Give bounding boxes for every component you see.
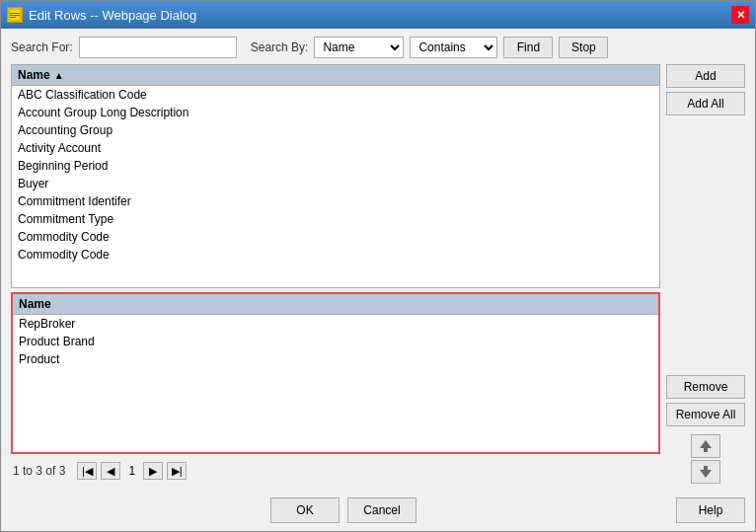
- footer: OK Cancel Help: [1, 492, 755, 531]
- list-item[interactable]: Product Brand: [13, 333, 658, 350]
- left-panel: Name ▲ ABC Classification Code Account G…: [11, 64, 660, 484]
- first-page-button[interactable]: |◀: [77, 462, 97, 480]
- list-item[interactable]: Accounting Group: [12, 121, 659, 139]
- list-item[interactable]: Buyer: [12, 175, 659, 192]
- svg-rect-2: [10, 15, 20, 16]
- search-row: Search For: Search By: Name Description …: [11, 37, 745, 58]
- top-list-header: Name ▲: [12, 65, 659, 86]
- list-item[interactable]: Commitment Identifer: [12, 192, 659, 210]
- add-all-button[interactable]: Add All: [666, 92, 745, 115]
- right-panel: Add Add All Remove Remove All: [666, 64, 745, 484]
- right-panel-bottom: Remove Remove All: [666, 375, 745, 484]
- page-info: 1 to 3 of 3: [13, 464, 65, 478]
- ok-button[interactable]: OK: [270, 497, 340, 523]
- help-button[interactable]: Help: [676, 497, 745, 523]
- list-item[interactable]: Account Group Long Description: [12, 104, 659, 121]
- move-down-button[interactable]: [691, 460, 720, 484]
- move-up-button[interactable]: [691, 434, 720, 458]
- remove-button[interactable]: Remove: [666, 375, 745, 399]
- svg-rect-3: [10, 17, 16, 18]
- window-icon: [7, 7, 23, 23]
- sort-icon: ▲: [54, 70, 64, 81]
- svg-rect-5: [704, 448, 708, 452]
- svg-marker-4: [700, 440, 712, 448]
- close-button[interactable]: ✕: [731, 6, 749, 24]
- title-bar: Edit Rows -- Webpage Dialog ✕: [1, 1, 755, 29]
- pagination-row: 1 to 3 of 3 |◀ ◀ 1 ▶ ▶|: [11, 458, 660, 484]
- top-list-container: Name ▲ ABC Classification Code Account G…: [11, 64, 660, 288]
- svg-marker-7: [700, 470, 712, 478]
- contains-dropdown[interactable]: Contains Starts With Equals: [410, 37, 497, 58]
- list-item[interactable]: ABC Classification Code: [12, 86, 659, 104]
- main-row: Name ▲ ABC Classification Code Account G…: [11, 64, 745, 484]
- prev-page-button[interactable]: ◀: [101, 462, 120, 480]
- bottom-list-header-label: Name: [19, 297, 51, 311]
- list-item[interactable]: RepBroker: [13, 315, 658, 333]
- cancel-button[interactable]: Cancel: [347, 497, 416, 523]
- bottom-list-body[interactable]: RepBroker Product Brand Product: [13, 315, 658, 452]
- right-panel-top: Add Add All: [666, 64, 745, 115]
- list-item[interactable]: Commodity Code: [12, 228, 659, 246]
- list-item[interactable]: Activity Account: [12, 139, 659, 157]
- search-by-label: Search By:: [251, 40, 309, 54]
- search-for-label: Search For:: [11, 40, 73, 54]
- next-page-button[interactable]: ▶: [143, 462, 163, 480]
- list-item[interactable]: Commitment Type: [12, 210, 659, 228]
- current-page: 1: [124, 464, 139, 478]
- last-page-button[interactable]: ▶|: [167, 462, 187, 480]
- svg-rect-1: [10, 13, 20, 14]
- stop-button[interactable]: Stop: [559, 37, 608, 58]
- search-by-dropdown[interactable]: Name Description: [314, 37, 404, 58]
- remove-all-button[interactable]: Remove All: [666, 403, 745, 426]
- window-title: Edit Rows -- Webpage Dialog: [29, 8, 196, 23]
- list-item[interactable]: Beginning Period: [12, 157, 659, 175]
- main-window: Edit Rows -- Webpage Dialog ✕ Search For…: [0, 0, 756, 532]
- bottom-list-header: Name: [13, 294, 658, 315]
- footer-center-buttons: OK Cancel: [270, 497, 416, 523]
- bottom-list-container: Name RepBroker Product Brand Product: [11, 292, 660, 454]
- list-item[interactable]: Commodity Code: [12, 246, 659, 264]
- svg-rect-6: [704, 466, 708, 470]
- find-button[interactable]: Find: [503, 37, 553, 58]
- add-button[interactable]: Add: [666, 64, 745, 88]
- move-buttons: [666, 434, 745, 484]
- search-input[interactable]: [79, 37, 237, 58]
- top-list-body[interactable]: ABC Classification Code Account Group Lo…: [12, 86, 659, 287]
- top-list-header-label: Name: [18, 68, 50, 82]
- dialog-content: Search For: Search By: Name Description …: [1, 29, 755, 492]
- list-item[interactable]: Product: [13, 350, 658, 368]
